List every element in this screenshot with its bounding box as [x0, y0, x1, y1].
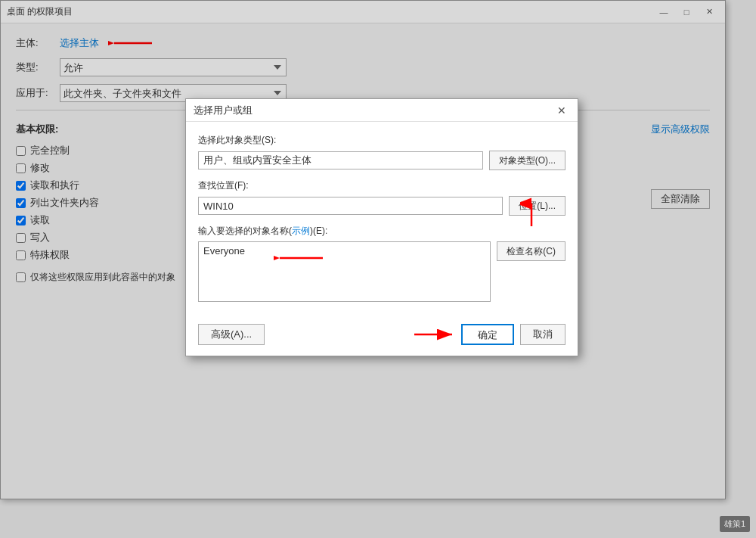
check-names-col: 检查名称(C)	[497, 241, 565, 261]
object-name-label-close: )(E):	[310, 225, 327, 236]
dialog-footer: 高级(A)... 确定 取消	[186, 316, 578, 356]
dialog-title: 选择用户或组	[194, 104, 253, 117]
object-name-example-link[interactable]: 示例	[292, 225, 310, 236]
object-type-input[interactable]	[198, 151, 483, 169]
location-label: 查找位置(F):	[198, 179, 565, 192]
location-row: 位置(L)...	[198, 196, 565, 216]
object-name-textarea[interactable]: Everyone	[198, 241, 491, 302]
check-names-button[interactable]: 检查名称(C)	[497, 241, 565, 261]
dialog-overlay: 选择用户或组 ✕ 选择此对象类型(S): 对象类型(O)... 查找位置(F):…	[0, 0, 756, 538]
dialog-footer-right: 确定 取消	[413, 324, 565, 345]
object-type-row: 对象类型(O)...	[198, 151, 565, 170]
select-user-dialog: 选择用户或组 ✕ 选择此对象类型(S): 对象类型(O)... 查找位置(F):…	[185, 98, 578, 356]
object-name-label-row: 输入要选择的对象名称(示例)(E):	[198, 225, 565, 238]
ok-arrow-wrapper: 确定	[413, 324, 514, 345]
watermark-text: 雄策1	[724, 519, 745, 528]
everyone-arrow-icon	[274, 247, 327, 270]
object-type-label: 选择此对象类型(S):	[198, 134, 565, 147]
advanced-button[interactable]: 高级(A)...	[198, 324, 265, 345]
ok-button[interactable]: 确定	[461, 324, 514, 345]
watermark: 雄策1	[720, 516, 750, 532]
object-name-row: Everyone 检查名称(C)	[198, 241, 565, 304]
dialog-close-button[interactable]: ✕	[553, 102, 570, 119]
object-name-label-text: 输入要选择的对象名称(	[198, 225, 292, 236]
location-input[interactable]	[198, 197, 503, 215]
ok-arrow-icon	[413, 324, 458, 345]
dialog-title-bar: 选择用户或组 ✕	[186, 99, 578, 122]
object-name-input-wrapper: Everyone	[198, 241, 491, 304]
dialog-body: 选择此对象类型(S): 对象类型(O)... 查找位置(F): 位置(L)...…	[186, 122, 578, 316]
object-type-button[interactable]: 对象类型(O)...	[489, 151, 565, 170]
cancel-button[interactable]: 取消	[520, 324, 565, 345]
object-name-container: Everyone 检查名称(C)	[198, 241, 565, 304]
check-names-arrow-icon	[520, 197, 543, 228]
